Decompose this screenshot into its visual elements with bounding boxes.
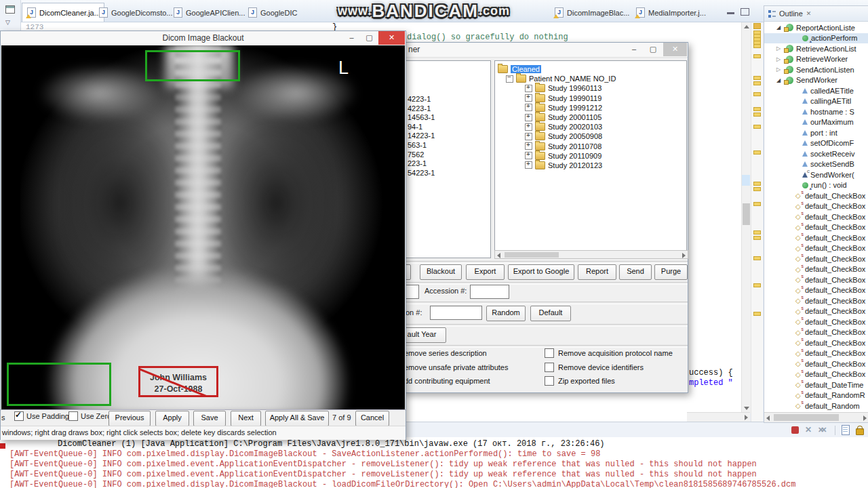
- outline-static-field-row[interactable]: default_CheckBox: [764, 296, 868, 306]
- blackout-button[interactable]: Blackout: [420, 264, 462, 280]
- tree-study-row[interactable]: Study 19960113: [495, 83, 686, 93]
- close-icon[interactable]: ✕: [663, 43, 687, 56]
- scroll-down-icon[interactable]: [744, 407, 749, 410]
- previous-button[interactable]: Previous: [108, 411, 151, 426]
- outline-field-row[interactable]: callingAETitl: [764, 96, 868, 107]
- outline-static-field-row[interactable]: default_RandomR: [764, 390, 868, 401]
- local-file-item[interactable]: 4223-1: [405, 95, 490, 104]
- accession-field[interactable]: [470, 285, 509, 299]
- maximize-icon[interactable]: ▢: [361, 31, 378, 45]
- outline-field-row[interactable]: ourMaximum: [764, 117, 868, 128]
- outline-static-field-row[interactable]: default_CheckBox: [764, 264, 868, 275]
- outline-class-row[interactable]: RetrieveWorker: [764, 54, 868, 65]
- cancel-button[interactable]: Cancel: [355, 411, 389, 426]
- scrollbar-thumb[interactable]: [774, 414, 839, 421]
- tree-study-row[interactable]: Study 20001105: [495, 113, 686, 122]
- outline-static-field-row[interactable]: default_CheckBox: [764, 211, 868, 222]
- tree-study-row[interactable]: Study 19990119: [495, 94, 686, 103]
- local-file-item[interactable]: 14563-1: [405, 113, 490, 123]
- report-button[interactable]: Report: [578, 264, 616, 280]
- use-zero-checkbox[interactable]: [68, 411, 78, 421]
- outline-static-field-row[interactable]: default_DateTime: [764, 380, 868, 390]
- local-file-item[interactable]: 223-1: [405, 159, 490, 169]
- checkbox[interactable]: [545, 348, 554, 358]
- dicomcleaner-titlebar[interactable]: ner – ▢ ✕: [403, 43, 688, 58]
- clear-console-icon[interactable]: [842, 425, 850, 435]
- close-icon[interactable]: ✕: [378, 31, 405, 45]
- purge-button[interactable]: Purge: [654, 264, 688, 280]
- scrollbar-thumb[interactable]: [505, 252, 559, 258]
- collapse-icon[interactable]: [506, 75, 513, 83]
- selection-box-top[interactable]: [145, 50, 240, 81]
- minimize-icon[interactable]: –: [343, 31, 360, 45]
- maximize-panel-icon[interactable]: [741, 8, 749, 16]
- scroll-lock-icon[interactable]: [856, 428, 864, 435]
- editor-horizontal-scrollbar[interactable]: [687, 412, 750, 422]
- local-file-item[interactable]: 94-1: [405, 123, 490, 132]
- outline-static-field-row[interactable]: default_CheckBox: [764, 243, 868, 254]
- outline-field-row[interactable]: port : int: [764, 127, 868, 138]
- outline-static-field-row[interactable]: default_CheckBox: [764, 359, 868, 369]
- outline-horizontal-scrollbar[interactable]: [764, 412, 868, 422]
- checkbox-row[interactable]: Remove device identifiers: [545, 361, 673, 375]
- scrollbar-thumb[interactable]: [743, 203, 750, 225]
- outline-static-field-row[interactable]: default_CheckBox: [764, 317, 868, 327]
- tab-googleapiclien[interactable]: J GoogleAPIClien...: [168, 3, 252, 22]
- expand-icon[interactable]: [525, 114, 532, 121]
- outline-field-row[interactable]: socketSendB: [764, 159, 868, 170]
- apply-all-save-button[interactable]: Apply All & Save: [265, 411, 329, 426]
- blackout-titlebar[interactable]: Dicom Image Blackout – ▢ ✕: [1, 31, 406, 46]
- checkbox[interactable]: [545, 376, 554, 386]
- tree-study-row[interactable]: Study 20110708: [495, 142, 686, 151]
- next-button[interactable]: Next: [231, 411, 261, 426]
- checkbox-row[interactable]: Zip exported files: [545, 374, 673, 388]
- tree-study-row[interactable]: Study 20120123: [495, 161, 686, 170]
- maximize-icon[interactable]: ▢: [644, 43, 662, 56]
- outline-static-field-row[interactable]: default_CheckBox: [764, 222, 868, 233]
- outline-static-field-row[interactable]: default_CheckBox: [764, 274, 868, 285]
- tab-mediaimporter[interactable]: J MediaImporter.j...: [631, 3, 717, 22]
- expand-icon[interactable]: [525, 94, 532, 102]
- outline-static-field-row[interactable]: default_CheckBox: [764, 327, 868, 338]
- scroll-left-icon[interactable]: [497, 253, 500, 258]
- tab-dicomcleaner[interactable]: J DicomCleaner.ja... ✕: [22, 3, 104, 22]
- number-field[interactable]: [430, 306, 482, 320]
- outline-static-field-row[interactable]: default_CheckBox: [764, 348, 868, 359]
- expand-arrow-icon[interactable]: [776, 66, 783, 73]
- outline-static-field-row[interactable]: default_CheckBox: [764, 338, 868, 348]
- checkbox-row[interactable]: Remove acquisition protocol name: [545, 346, 673, 361]
- outline-class-row[interactable]: SendActionListen: [764, 64, 868, 75]
- outline-static-field-row[interactable]: default_Random: [764, 401, 868, 411]
- outline-class-row[interactable]: ReportActionListe: [764, 22, 868, 33]
- cleaned-tree[interactable]: Cleaned Patient NO_NAME NO_ID Study 1996…: [494, 60, 687, 258]
- expand-arrow-icon[interactable]: [776, 56, 783, 62]
- terminate-icon[interactable]: [791, 426, 799, 434]
- local-file-item[interactable]: 4223-1: [405, 104, 490, 114]
- outline-method-row[interactable]: run() : void: [764, 180, 868, 191]
- use-padding-checkbox[interactable]: [14, 411, 24, 421]
- local-file-item[interactable]: 7562: [405, 150, 490, 160]
- random-button[interactable]: Random: [486, 306, 526, 321]
- scroll-right-icon[interactable]: [863, 415, 867, 421]
- remove-launch-icon[interactable]: ✕: [805, 426, 812, 434]
- local-file-item[interactable]: 563-1: [405, 141, 490, 150]
- tree-patient-row[interactable]: Patient NO_NAME NO_ID: [495, 74, 686, 83]
- scroll-left-icon[interactable]: [766, 415, 770, 421]
- save-button[interactable]: Save: [193, 411, 226, 426]
- expand-icon[interactable]: [525, 142, 532, 150]
- tab-googledicomsto[interactable]: J GoogleDicomsto...: [94, 3, 178, 22]
- outline-method-row[interactable]: actionPerform: [764, 33, 868, 44]
- scroll-right-icon[interactable]: [682, 253, 686, 258]
- outline-close-icon[interactable]: ✕: [806, 10, 812, 17]
- default-button[interactable]: Default: [530, 306, 571, 321]
- tree-study-row[interactable]: Study 19991212: [495, 103, 686, 113]
- outline-header[interactable]: Outline ✕: [764, 6, 868, 22]
- export-to-google-button[interactable]: Export to Google: [508, 264, 574, 280]
- expand-icon[interactable]: [525, 104, 532, 111]
- tree-study-row[interactable]: Study 20110909: [495, 151, 686, 161]
- checkbox[interactable]: [545, 363, 554, 372]
- outline-static-field-row[interactable]: default_CheckBox: [764, 232, 868, 243]
- outline-field-row[interactable]: setOfDicomF: [764, 138, 868, 149]
- local-file-item[interactable]: 14223-1: [405, 131, 490, 141]
- expand-icon[interactable]: [525, 152, 532, 159]
